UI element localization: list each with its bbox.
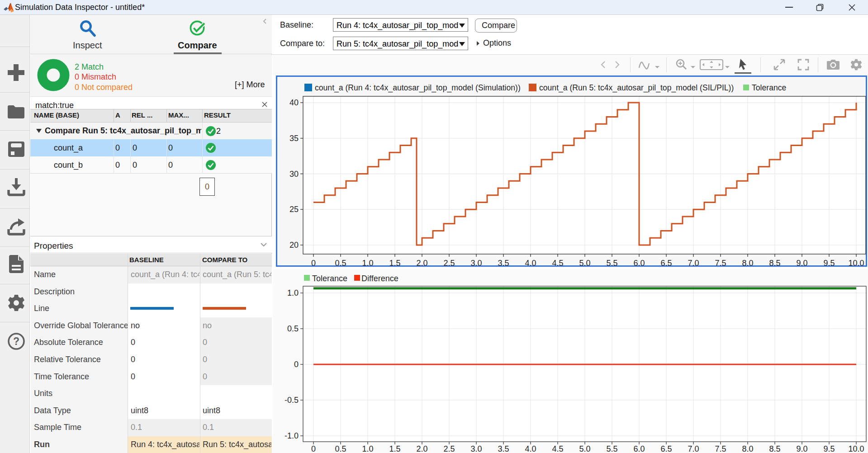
svg-text:0.5: 0.5 bbox=[287, 324, 299, 333]
svg-text:10.0: 10.0 bbox=[848, 444, 864, 453]
svg-text:9.0: 9.0 bbox=[796, 259, 807, 267]
svg-text:-0.5: -0.5 bbox=[285, 396, 299, 405]
svg-text:10.0: 10.0 bbox=[848, 259, 864, 267]
svg-text:-1.0: -1.0 bbox=[285, 431, 299, 440]
svg-text:8.0: 8.0 bbox=[742, 444, 753, 453]
svg-text:40: 40 bbox=[289, 98, 299, 107]
svg-text:8.5: 8.5 bbox=[769, 259, 780, 267]
svg-text:30: 30 bbox=[289, 170, 299, 179]
svg-text:9.5: 9.5 bbox=[823, 259, 835, 267]
svg-text:5.0: 5.0 bbox=[579, 444, 590, 453]
svg-text:0: 0 bbox=[294, 360, 299, 369]
svg-text:Difference: Difference bbox=[361, 274, 398, 283]
svg-text:4.5: 4.5 bbox=[552, 444, 563, 453]
svg-text:3.0: 3.0 bbox=[470, 259, 482, 267]
svg-text:7.5: 7.5 bbox=[715, 444, 726, 453]
svg-text:5.5: 5.5 bbox=[606, 444, 617, 453]
svg-text:5.5: 5.5 bbox=[606, 259, 617, 267]
svg-text:2.5: 2.5 bbox=[443, 259, 455, 267]
svg-text:9.5: 9.5 bbox=[823, 444, 835, 453]
svg-text:7.0: 7.0 bbox=[688, 259, 699, 267]
svg-text:0.5: 0.5 bbox=[335, 444, 346, 453]
svg-text:9.0: 9.0 bbox=[796, 444, 807, 453]
svg-text:4.0: 4.0 bbox=[525, 444, 536, 453]
svg-text:0.5: 0.5 bbox=[335, 259, 346, 267]
svg-text:6.5: 6.5 bbox=[660, 259, 672, 267]
svg-text:1.0: 1.0 bbox=[362, 444, 373, 453]
svg-text:6.5: 6.5 bbox=[660, 444, 672, 453]
svg-text:6.0: 6.0 bbox=[633, 259, 645, 267]
svg-text:1.0: 1.0 bbox=[287, 288, 299, 297]
svg-text:count_a (Run 5: tc4x_autosar_p: count_a (Run 5: tc4x_autosar_pil_top_mod… bbox=[539, 83, 734, 93]
svg-text:4.5: 4.5 bbox=[552, 259, 563, 267]
svg-text:25: 25 bbox=[289, 205, 299, 214]
svg-text:1.5: 1.5 bbox=[389, 259, 400, 267]
svg-text:4.0: 4.0 bbox=[525, 259, 536, 267]
svg-text:1.0: 1.0 bbox=[362, 259, 373, 267]
svg-text:3.5: 3.5 bbox=[498, 259, 509, 267]
svg-text:?: ? bbox=[13, 335, 19, 347]
svg-text:count_a (Run 4: tc4x_autosar_p: count_a (Run 4: tc4x_autosar_pil_top_mod… bbox=[315, 83, 521, 93]
svg-text:3.5: 3.5 bbox=[498, 444, 509, 453]
svg-text:2.0: 2.0 bbox=[416, 259, 427, 267]
svg-text:1.5: 1.5 bbox=[389, 444, 400, 453]
svg-text:20: 20 bbox=[289, 241, 299, 250]
svg-text:2.0: 2.0 bbox=[416, 444, 427, 453]
svg-text:0: 0 bbox=[311, 444, 316, 453]
svg-text:2.5: 2.5 bbox=[443, 444, 455, 453]
svg-text:7.5: 7.5 bbox=[715, 259, 726, 267]
svg-text:Tolerance: Tolerance bbox=[312, 274, 347, 283]
svg-text:8.0: 8.0 bbox=[742, 259, 753, 267]
svg-text:6.0: 6.0 bbox=[633, 444, 645, 453]
svg-text:35: 35 bbox=[289, 134, 299, 143]
svg-text:Tolerance: Tolerance bbox=[752, 83, 786, 92]
svg-text:7.0: 7.0 bbox=[688, 444, 699, 453]
svg-text:8.5: 8.5 bbox=[769, 444, 780, 453]
svg-text:0: 0 bbox=[311, 259, 316, 267]
svg-text:5.0: 5.0 bbox=[579, 259, 590, 267]
svg-text:3.0: 3.0 bbox=[470, 444, 482, 453]
